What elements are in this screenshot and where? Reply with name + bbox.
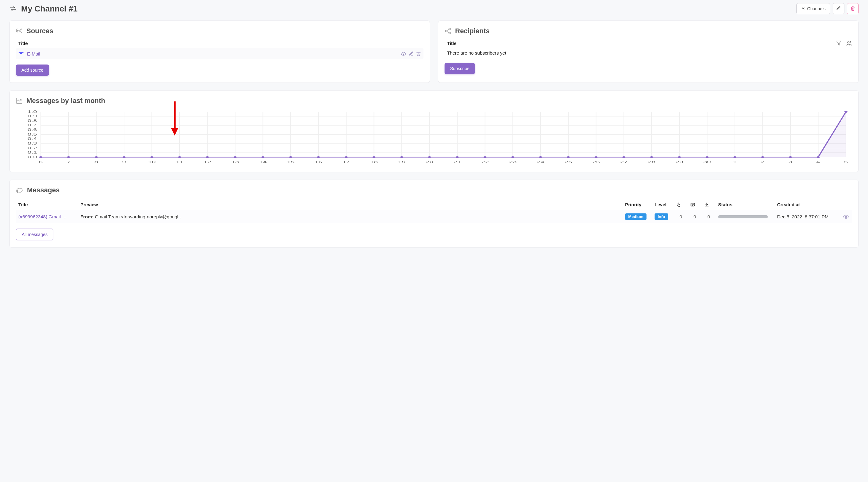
page-title: My Channel #1 (21, 4, 78, 14)
svg-point-101 (289, 156, 292, 158)
source-row[interactable]: E-Mail (16, 49, 424, 59)
transfer-arrows-icon (9, 5, 17, 12)
svg-text:4: 4 (816, 160, 820, 164)
message-title[interactable]: (#699962348) Gmail … (16, 210, 78, 223)
svg-point-118 (761, 156, 764, 158)
svg-point-103 (345, 156, 348, 158)
share-icon (444, 28, 452, 34)
svg-text:18: 18 (370, 160, 378, 164)
svg-point-100 (261, 156, 264, 158)
svg-point-110 (539, 156, 542, 158)
view-source-button[interactable] (401, 51, 406, 57)
users-icon[interactable] (846, 40, 852, 47)
svg-point-95 (123, 156, 126, 158)
message-count1: 0 (674, 210, 688, 223)
messages-chart-card: Messages by last month 0.00.10.20.30.40.… (9, 90, 859, 172)
view-message-button[interactable] (843, 214, 849, 219)
svg-point-98 (206, 156, 209, 158)
recipients-empty: There are no subscribers yet (444, 49, 852, 57)
edit-source-button[interactable] (409, 51, 413, 57)
mail-icon (18, 51, 24, 57)
trash-icon (850, 6, 855, 12)
filter-icon[interactable] (836, 40, 842, 47)
svg-point-114 (650, 156, 653, 158)
col-images-icon (688, 198, 702, 210)
subscribe-button[interactable]: Subscribe (444, 63, 475, 74)
header-actions: Channels (796, 3, 859, 14)
svg-text:10: 10 (148, 160, 156, 164)
svg-text:0.1: 0.1 (28, 151, 37, 155)
svg-point-120 (816, 156, 819, 158)
message-row[interactable]: (#699962348) Gmail … From: Gmail Team <f… (16, 210, 852, 223)
edit-icon (836, 6, 841, 12)
svg-point-96 (150, 156, 153, 158)
svg-text:0.8: 0.8 (28, 119, 37, 123)
edit-channel-button[interactable] (833, 3, 844, 14)
svg-point-108 (483, 156, 487, 158)
svg-text:6: 6 (39, 160, 43, 164)
channels-back-button[interactable]: Channels (796, 3, 830, 14)
source-row-title: E-Mail (27, 51, 40, 57)
svg-point-9 (850, 41, 851, 43)
svg-text:1.0: 1.0 (28, 109, 37, 114)
messages-card: Messages Title Preview Priority Level (9, 180, 859, 248)
svg-text:0.9: 0.9 (28, 114, 37, 118)
svg-point-107 (456, 156, 459, 158)
svg-text:8: 8 (94, 160, 98, 164)
svg-point-126 (845, 216, 847, 218)
svg-text:26: 26 (592, 160, 600, 164)
delete-channel-button[interactable] (847, 3, 859, 14)
delete-source-button[interactable] (416, 51, 421, 57)
messages-chart: 0.00.10.20.30.40.50.60.70.80.91.06789101… (16, 109, 852, 165)
sources-heading: Sources (26, 27, 53, 35)
message-created: Dec 5, 2022, 8:37:01 PM (775, 210, 840, 223)
message-preview-label: From: (80, 214, 94, 219)
svg-point-104 (372, 156, 375, 158)
col-clicks-icon (674, 198, 688, 210)
sources-column-title: Title (16, 39, 424, 49)
svg-text:19: 19 (398, 160, 406, 164)
svg-text:0.6: 0.6 (28, 128, 37, 132)
svg-point-92 (39, 156, 42, 158)
svg-text:22: 22 (481, 160, 489, 164)
svg-point-102 (317, 156, 320, 158)
line-chart-icon (16, 97, 23, 104)
svg-text:28: 28 (648, 160, 655, 164)
svg-text:20: 20 (426, 160, 433, 164)
svg-text:27: 27 (620, 160, 628, 164)
recipients-card: Recipients Title There are no subscriber… (438, 21, 859, 83)
channels-back-label: Channels (807, 6, 826, 11)
svg-point-1 (403, 53, 404, 54)
add-source-button[interactable]: Add source (16, 65, 49, 76)
message-preview-value: Gmail Team <forwarding-noreply@googl… (95, 214, 183, 219)
svg-text:9: 9 (122, 160, 126, 164)
svg-point-105 (400, 156, 403, 158)
svg-point-117 (733, 156, 737, 158)
svg-text:15: 15 (287, 160, 295, 164)
svg-text:11: 11 (176, 160, 184, 164)
svg-point-99 (234, 156, 237, 158)
message-preview: From: Gmail Team <forwarding-noreply@goo… (78, 210, 623, 223)
svg-text:3: 3 (788, 160, 793, 164)
page-header: My Channel #1 Channels (9, 3, 859, 14)
svg-marker-7 (837, 41, 841, 45)
chevron-left-double-icon (801, 6, 805, 11)
svg-text:24: 24 (537, 160, 545, 164)
svg-text:2: 2 (761, 160, 765, 164)
svg-text:0.3: 0.3 (28, 141, 37, 145)
priority-badge: Medium (625, 214, 647, 220)
svg-text:14: 14 (259, 160, 267, 164)
svg-point-93 (67, 156, 70, 158)
svg-point-94 (95, 156, 98, 158)
svg-point-97 (178, 156, 181, 158)
status-bar (718, 215, 768, 218)
col-status: Status (716, 198, 775, 210)
sources-card: Sources Title E-Mail (9, 21, 430, 83)
svg-point-112 (594, 156, 597, 158)
level-badge: Info (655, 214, 668, 220)
svg-point-119 (789, 156, 792, 158)
svg-point-109 (511, 156, 514, 158)
all-messages-button[interactable]: All messages (16, 229, 53, 240)
recipients-column-title: Title (444, 39, 836, 49)
col-preview: Preview (78, 198, 623, 210)
